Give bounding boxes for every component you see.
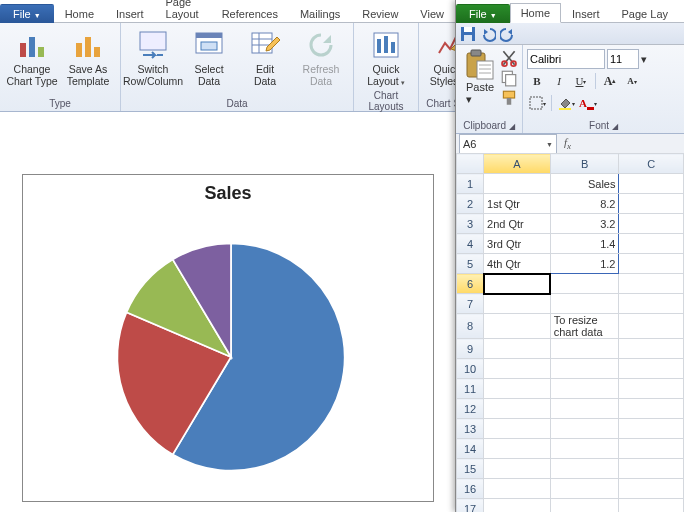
cell-A6[interactable] — [484, 274, 551, 294]
row-header-4[interactable]: 4 — [457, 234, 484, 254]
name-box[interactable]: A6▼ — [459, 134, 557, 154]
tab-home[interactable]: Home — [54, 4, 105, 23]
chart-object[interactable]: Sales — [22, 174, 434, 502]
edit-data-button[interactable]: EditData — [237, 25, 293, 87]
quick-layout-button[interactable]: QuickLayout ▾ — [358, 25, 414, 89]
select-all-corner[interactable] — [457, 154, 484, 174]
cell-B15[interactable] — [550, 459, 619, 479]
bold-button[interactable]: B — [527, 71, 547, 91]
cell-B13[interactable] — [550, 419, 619, 439]
col-header-B[interactable]: B — [550, 154, 619, 174]
tab-file[interactable]: File▼ — [0, 4, 54, 23]
cell-C13[interactable] — [619, 419, 684, 439]
copy-icon[interactable] — [500, 69, 518, 87]
grow-font-button[interactable]: A▴ — [600, 71, 620, 91]
cell-B6[interactable] — [550, 274, 619, 294]
row-header-6[interactable]: 6 — [457, 274, 484, 294]
row-header-2[interactable]: 2 — [457, 194, 484, 214]
change-chart-type-button[interactable]: ChangeChart Type — [4, 25, 60, 87]
pie-chart[interactable] — [115, 241, 347, 473]
cell-B17[interactable] — [550, 499, 619, 513]
redo-icon[interactable] — [500, 26, 516, 42]
cell-B12[interactable] — [550, 399, 619, 419]
cell-C1[interactable] — [619, 174, 684, 194]
cell-A14[interactable] — [484, 439, 551, 459]
col-header-A[interactable]: A — [484, 154, 551, 174]
row-header-3[interactable]: 3 — [457, 214, 484, 234]
font-size-select[interactable] — [607, 49, 639, 69]
paste-button[interactable]: Paste▾ — [460, 47, 500, 107]
cell-A11[interactable] — [484, 379, 551, 399]
save-icon[interactable] — [460, 26, 476, 42]
cell-A3[interactable]: 2nd Qtr — [484, 214, 551, 234]
cell-A1[interactable] — [484, 174, 551, 194]
row-header-15[interactable]: 15 — [457, 459, 484, 479]
cell-A16[interactable] — [484, 479, 551, 499]
cell-B9[interactable] — [550, 339, 619, 359]
cell-C7[interactable] — [619, 294, 684, 314]
cell-A7[interactable] — [484, 294, 551, 314]
cell-B2[interactable]: 8.2 — [550, 194, 619, 214]
row-header-10[interactable]: 10 — [457, 359, 484, 379]
font-name-select[interactable] — [527, 49, 605, 69]
italic-button[interactable]: I — [549, 71, 569, 91]
row-header-8[interactable]: 8 — [457, 314, 484, 339]
cell-C4[interactable] — [619, 234, 684, 254]
cut-icon[interactable] — [500, 49, 518, 67]
cell-C16[interactable] — [619, 479, 684, 499]
cell-B1[interactable]: Sales — [550, 174, 619, 194]
font-color-button[interactable]: A▾ — [578, 93, 598, 113]
cell-C8[interactable] — [619, 314, 684, 339]
cell-C14[interactable] — [619, 439, 684, 459]
row-header-11[interactable]: 11 — [457, 379, 484, 399]
cell-C9[interactable] — [619, 339, 684, 359]
row-header-7[interactable]: 7 — [457, 294, 484, 314]
excel-tab-insert[interactable]: Insert — [561, 4, 611, 23]
tab-page-layout[interactable]: Page Layout — [155, 0, 211, 23]
fx-icon[interactable]: fx — [564, 136, 571, 151]
tab-view[interactable]: View — [409, 4, 455, 23]
select-data-button[interactable]: SelectData — [181, 25, 237, 87]
cell-A4[interactable]: 3rd Qtr — [484, 234, 551, 254]
cell-C5[interactable] — [619, 254, 684, 274]
cell-B8[interactable]: To resize chart data — [550, 314, 619, 339]
tab-references[interactable]: References — [211, 4, 289, 23]
col-header-C[interactable]: C — [619, 154, 684, 174]
row-header-1[interactable]: 1 — [457, 174, 484, 194]
fill-color-button[interactable]: ▾ — [556, 93, 576, 113]
save-as-template-button[interactable]: Save AsTemplate — [60, 25, 116, 87]
cell-A12[interactable] — [484, 399, 551, 419]
spreadsheet-grid[interactable]: ABC1Sales21st Qtr8.232nd Qtr3.243rd Qtr1… — [456, 153, 684, 512]
cell-B5[interactable]: 1.2 — [550, 254, 619, 274]
format-painter-icon[interactable] — [500, 89, 518, 107]
cell-C6[interactable] — [619, 274, 684, 294]
row-header-14[interactable]: 14 — [457, 439, 484, 459]
row-header-17[interactable]: 17 — [457, 499, 484, 513]
excel-tab-file[interactable]: File▼ — [456, 4, 510, 23]
cell-A9[interactable] — [484, 339, 551, 359]
cell-A8[interactable] — [484, 314, 551, 339]
cell-C17[interactable] — [619, 499, 684, 513]
shrink-font-button[interactable]: A▾ — [622, 71, 642, 91]
chart-title[interactable]: Sales — [23, 183, 433, 204]
row-header-5[interactable]: 5 — [457, 254, 484, 274]
switch-row-column-button[interactable]: SwitchRow/Column — [125, 25, 181, 87]
cell-B4[interactable]: 1.4 — [550, 234, 619, 254]
cell-C10[interactable] — [619, 359, 684, 379]
tab-review[interactable]: Review — [351, 4, 409, 23]
cell-C2[interactable] — [619, 194, 684, 214]
cell-C15[interactable] — [619, 459, 684, 479]
cell-A13[interactable] — [484, 419, 551, 439]
row-header-9[interactable]: 9 — [457, 339, 484, 359]
tab-mailings[interactable]: Mailings — [289, 4, 351, 23]
cell-C11[interactable] — [619, 379, 684, 399]
cell-B3[interactable]: 3.2 — [550, 214, 619, 234]
cell-A17[interactable] — [484, 499, 551, 513]
cell-B10[interactable] — [550, 359, 619, 379]
cell-C3[interactable] — [619, 214, 684, 234]
undo-icon[interactable] — [480, 26, 496, 42]
excel-tab-home[interactable]: Home — [510, 3, 561, 23]
underline-button[interactable]: U▾ — [571, 71, 591, 91]
cell-B7[interactable] — [550, 294, 619, 314]
cell-A10[interactable] — [484, 359, 551, 379]
